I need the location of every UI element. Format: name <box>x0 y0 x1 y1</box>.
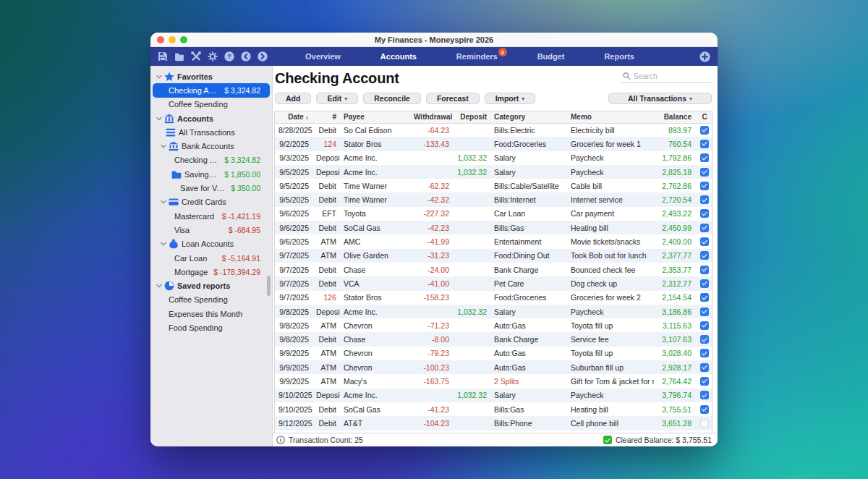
transaction-row[interactable]: 9/5/2025DepositAcme Inc.1,032.32SalaryPa… <box>275 165 712 179</box>
transaction-row[interactable]: 9/6/2025DebitSoCal Gas-42.23Bills:GasHea… <box>275 221 712 234</box>
sidebar-item-checking-account[interactable]: Checking Account$ 3,324.82 <box>153 153 270 167</box>
cleared-checkbox[interactable] <box>700 195 709 204</box>
sidebar-item-saved-reports[interactable]: Saved reports <box>153 279 270 292</box>
cleared-checkbox[interactable] <box>700 168 709 177</box>
chevron-down-icon[interactable] <box>156 282 163 289</box>
cleared-checkbox[interactable] <box>700 308 709 316</box>
search-field[interactable] <box>621 70 712 83</box>
transaction-row[interactable]: 9/8/2025DebitChase-8.00Bank ChargeServic… <box>275 332 712 346</box>
cleared-checkbox[interactable] <box>700 335 709 344</box>
column-header-memo[interactable]: Memo <box>567 111 654 123</box>
sidebar-item-expenses-this-month[interactable]: Expenses this Month <box>153 307 270 321</box>
cleared-checkbox[interactable] <box>700 321 709 330</box>
sidebar-item-checking-account[interactable]: Checking Account$ 3,324.82 <box>153 83 270 97</box>
transaction-row[interactable]: 9/9/2025ATMMacy's-163.752 SplitsGift for… <box>275 374 712 388</box>
plus-icon[interactable] <box>699 51 710 62</box>
cleared-checkbox[interactable] <box>700 140 709 148</box>
transaction-row[interactable]: 8/28/2025DebitSo Cal Edison-64.23Bills:E… <box>275 123 712 137</box>
nav-tab-reports[interactable]: Reports <box>604 52 634 61</box>
save-icon[interactable] <box>158 51 168 62</box>
transaction-row[interactable]: 9/5/2025DebitTime Warner-62.32Bills:Cabl… <box>275 179 712 192</box>
transaction-row[interactable]: 9/8/2025DepositAcme Inc.1,032.32SalaryPa… <box>275 305 712 318</box>
folder-icon[interactable] <box>174 51 184 62</box>
cleared-checkbox[interactable] <box>700 237 709 246</box>
sidebar-item-food-spending[interactable]: Food Spending <box>153 321 270 334</box>
search-input[interactable] <box>634 72 710 80</box>
nav-tab-budget[interactable]: Budget <box>537 52 565 61</box>
sidebar-item-bank-accounts[interactable]: Bank Accounts <box>153 139 270 153</box>
transaction-row[interactable]: 9/9/2025ATMChevron-79.23Auto:GasToyota f… <box>275 347 712 360</box>
cleared-checkbox[interactable] <box>700 209 709 218</box>
column-header-num[interactable]: # <box>312 111 340 123</box>
tools-icon[interactable] <box>191 51 201 62</box>
reconcile-button[interactable]: Reconcile <box>363 93 421 104</box>
transaction-row[interactable]: 9/5/2025DebitTime Warner-42.32Bills:Inte… <box>275 192 712 206</box>
cleared-checkbox[interactable] <box>700 251 709 260</box>
column-header-date[interactable]: Date∧ <box>275 111 312 123</box>
cleared-checkbox[interactable] <box>700 419 709 428</box>
cleared-checkbox[interactable] <box>700 182 709 190</box>
sidebar-item-coffee-spending[interactable]: Coffee Spending <box>153 293 270 307</box>
sidebar-item-car-loan[interactable]: Car Loan$ -5,164.91 <box>153 251 270 265</box>
sidebar-item-visa[interactable]: Visa$ -684.95 <box>153 223 270 237</box>
settings-gear-icon[interactable] <box>208 51 218 62</box>
sidebar-item-credit-cards[interactable]: Credit Cards <box>153 195 270 209</box>
column-header-c[interactable]: C <box>695 111 712 123</box>
transaction-row[interactable]: 9/8/2025ATMChevron-71.23Auto:GasToyota f… <box>275 318 712 332</box>
cleared-checkbox[interactable] <box>700 153 709 162</box>
column-header-withdrawal[interactable]: Withdrawal <box>410 111 453 123</box>
add-button[interactable]: Add <box>275 93 311 104</box>
cleared-checkbox[interactable] <box>700 224 709 232</box>
sidebar-item-all-transactions[interactable]: All Transactions <box>153 125 270 139</box>
transaction-row[interactable]: 9/3/2025DepositAcme Inc.1,032.32SalaryPa… <box>275 151 712 165</box>
column-header-category[interactable]: Category <box>490 111 567 123</box>
sidebar-item-favorites[interactable]: Favorites <box>153 69 270 83</box>
chevron-down-icon[interactable] <box>156 115 163 122</box>
sidebar-item-save-for-vacati[interactable]: Save for Vacati...$ 350.00 <box>153 181 270 195</box>
transaction-row[interactable]: 9/9/2025ATMChevron-100.23Auto:GasSuburba… <box>275 360 712 374</box>
transaction-row[interactable]: 9/7/2025DebitChase-24.00Bank ChargeBounc… <box>275 263 712 276</box>
column-header-balance[interactable]: Balance <box>654 111 695 123</box>
cleared-checkbox[interactable] <box>700 363 709 372</box>
chevron-down-icon[interactable] <box>160 198 167 205</box>
transaction-row[interactable]: 9/12/2025DebitAT&T-104.23Bills:PhoneCell… <box>275 416 712 430</box>
sidebar-item-accounts[interactable]: Accounts <box>153 111 270 125</box>
cleared-checkbox[interactable] <box>700 377 709 386</box>
import-button[interactable]: Import▾ <box>485 93 536 104</box>
transaction-row[interactable]: 9/6/2025ATMAMC-41.99EntertainmentMovie t… <box>275 234 712 248</box>
forecast-button[interactable]: Forecast <box>426 93 480 104</box>
transaction-row[interactable]: 9/10/2025DepositAcme Inc.1,032.32SalaryP… <box>275 389 712 402</box>
nav-tab-overview[interactable]: Overview <box>305 52 341 61</box>
chevron-down-icon[interactable] <box>156 73 163 80</box>
transaction-row[interactable]: 9/2/2025124Stator Bros-133.43Food:Grocer… <box>275 137 712 151</box>
transaction-row[interactable]: 9/10/2025DebitSoCal Gas-41.23Bills:GasHe… <box>275 402 712 416</box>
transaction-row[interactable]: 9/7/2025DebitVCA-41.00Pet CareDog check … <box>275 276 712 290</box>
column-header-payee[interactable]: Payee <box>340 111 410 123</box>
transaction-row[interactable]: 9/7/2025126Stator Bros-158.23Food:Grocer… <box>275 291 712 305</box>
back-icon[interactable] <box>241 51 251 62</box>
column-header-deposit[interactable]: Deposit <box>453 111 490 123</box>
sidebar-item-coffee-spending[interactable]: Coffee Spending <box>153 98 270 111</box>
transaction-row[interactable]: 9/7/2025ATMOlive Garden-31.23Food:Dining… <box>275 249 712 263</box>
all-transactions-filter-button[interactable]: All Transactions▾ <box>608 93 712 104</box>
chevron-down-icon[interactable] <box>160 240 167 247</box>
cleared-checkbox[interactable] <box>700 405 709 414</box>
forward-icon[interactable] <box>258 51 268 62</box>
cleared-checkbox[interactable] <box>700 293 709 302</box>
nav-tab-accounts[interactable]: Accounts <box>380 52 417 61</box>
sidebar-item-mortgage[interactable]: Mortgage$ -178,394.29 <box>153 265 270 279</box>
help-icon[interactable]: ? <box>224 51 234 62</box>
sidebar-item-savings-account[interactable]: Savings Account$ 1,850.00 <box>153 167 270 181</box>
cleared-checkbox[interactable] <box>700 391 709 399</box>
nav-tab-reminders[interactable]: Reminders2 <box>456 52 498 61</box>
transaction-row[interactable]: 9/6/2025EFTToyota-227.32Car LoanCar paym… <box>275 207 712 221</box>
cleared-checkbox[interactable] <box>700 266 709 274</box>
sidebar-item-mastercard[interactable]: Mastercard$ -1,421.19 <box>153 209 270 223</box>
cleared-checkbox[interactable] <box>700 349 709 357</box>
cleared-checkbox[interactable] <box>700 279 709 288</box>
cleared-checkbox[interactable] <box>700 126 709 135</box>
chevron-down-icon[interactable] <box>160 143 167 150</box>
sidebar-scrollbar[interactable] <box>267 276 271 296</box>
edit-button[interactable]: Edit▾ <box>316 93 358 104</box>
sidebar-item-loan-accounts[interactable]: Loan Accounts <box>153 237 270 251</box>
